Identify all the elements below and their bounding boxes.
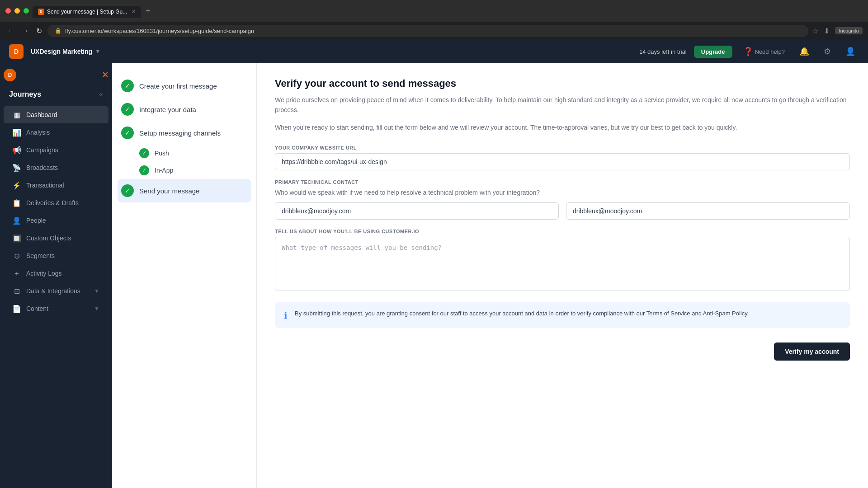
contact-email2-input[interactable] [566, 202, 850, 220]
step-check-push: ✓ [139, 148, 149, 158]
incognito-badge[interactable]: Incognito [835, 27, 863, 34]
analysis-icon: 📊 [13, 128, 21, 136]
new-tab-btn[interactable]: + [142, 5, 154, 18]
primary-contact-label: PRIMARY TECHNICAL CONTACT [275, 179, 850, 185]
sidebar-nav: ▦ Dashboard 📊 Analysis 📢 Campaigns 📡 Bro… [0, 106, 112, 318]
company-url-group: YOUR COMPANY WEBSITE URL [275, 145, 850, 170]
app-logo: D [9, 44, 24, 59]
usage-textarea[interactable] [275, 237, 850, 291]
step-send-message[interactable]: ✓ Send your message [118, 179, 251, 202]
sidebar: D ✕ Journeys « ▦ Dashboard 📊 Analysis 📢 [0, 63, 112, 488]
sidebar-item-dashboard[interactable]: ▦ Dashboard [4, 106, 108, 123]
window-controls[interactable] [5, 8, 29, 14]
step-in-app[interactable]: ✓ In-App [121, 162, 247, 179]
usage-label: TELL US ABOUT HOW YOU'LL BE USING CUSTOM… [275, 229, 850, 234]
primary-contact-group: PRIMARY TECHNICAL CONTACT Who would we s… [275, 179, 850, 219]
bookmark-icon[interactable]: ☆ [812, 27, 818, 35]
active-tab[interactable]: D Send your message | Setup Gu... ✕ [33, 6, 141, 18]
step-integrate-data[interactable]: ✓ Integrate your data [121, 98, 247, 121]
step-label-push: Push [155, 150, 169, 157]
info-icon: ℹ [284, 310, 288, 321]
content-area: Verify your account to send messages We … [257, 63, 868, 488]
back-btn[interactable]: ← [5, 25, 16, 37]
sidebar-header: Journeys « [0, 83, 112, 102]
download-icon[interactable]: ⬇ [824, 27, 830, 35]
reload-btn[interactable]: ↻ [34, 25, 44, 37]
url-bar[interactable]: 🔒 fly.customer.io/workspaces/160831/jour… [47, 25, 808, 37]
contact-email-row [275, 202, 850, 220]
sidebar-item-campaigns[interactable]: 📢 Campaigns [4, 141, 108, 159]
close-sidebar-icon[interactable]: ✕ [102, 70, 108, 80]
consent-text: By submitting this request, you are gran… [295, 309, 749, 321]
broadcasts-icon: 📡 [13, 164, 21, 172]
sidebar-item-label: Transactional [26, 182, 64, 189]
main-layout: D ✕ Journeys « ▦ Dashboard 📊 Analysis 📢 [0, 63, 868, 488]
sidebar-item-label: Broadcasts [26, 164, 58, 171]
company-url-input[interactable] [275, 153, 850, 170]
tab-label: Send your message | Setup Gu... [47, 9, 127, 15]
sidebar-item-segments[interactable]: ⊙ Segments [4, 247, 108, 264]
sidebar-item-label: People [26, 217, 46, 224]
anti-spam-link[interactable]: Anti-Spam Policy [703, 310, 747, 317]
company-url-label: YOUR COMPANY WEBSITE URL [275, 145, 850, 150]
sidebar-item-broadcasts[interactable]: 📡 Broadcasts [4, 159, 108, 176]
sidebar-item-label: Deliveries & Drafts [26, 199, 79, 206]
consent-and: and [690, 310, 703, 317]
user-icon: 👤 [845, 47, 855, 56]
sidebar-item-label: Custom Objects [26, 235, 71, 242]
need-help-label: Need help? [755, 48, 785, 55]
contact-email1-input[interactable] [275, 202, 559, 220]
avatar-button[interactable]: 👤 [842, 45, 859, 58]
page-desc-1: We pride ourselves on providing peace of… [275, 95, 850, 115]
browser-chrome: D Send your message | Setup Gu... ✕ + [0, 0, 868, 22]
lock-icon: 🔒 [55, 28, 61, 34]
sidebar-item-content[interactable]: 📄 Content ▼ [4, 300, 108, 317]
url-text: fly.customer.io/workspaces/160831/journe… [65, 28, 254, 34]
sidebar-item-analysis[interactable]: 📊 Analysis [4, 124, 108, 141]
address-bar: ← → ↻ 🔒 fly.customer.io/workspaces/16083… [0, 22, 868, 40]
verify-account-button[interactable]: Verify my account [774, 343, 850, 361]
custom-objects-icon: 🔲 [13, 234, 21, 242]
sidebar-item-transactional[interactable]: ⚡ Transactional [4, 177, 108, 194]
notifications-button[interactable]: 🔔 [796, 45, 813, 58]
step-check-create: ✓ [121, 80, 134, 92]
tab-close-btn[interactable]: ✕ [132, 9, 136, 14]
steps-panel: ✓ Create your first message ✓ Integrate … [112, 63, 257, 488]
people-icon: 👤 [13, 216, 21, 225]
upgrade-button[interactable]: Upgrade [694, 46, 732, 58]
terms-of-service-link[interactable]: Terms of Service [646, 310, 690, 317]
step-label-send: Send your message [139, 187, 199, 195]
primary-contact-desc: Who would we speak with if we need to he… [275, 188, 850, 197]
sidebar-item-custom-objects[interactable]: 🔲 Custom Objects [4, 230, 108, 247]
sidebar-item-label: Content [26, 305, 48, 312]
help-button[interactable]: ❓ Need help? [740, 45, 789, 58]
tab-favicon: D [38, 9, 44, 15]
data-integrations-icon: ⊡ [13, 287, 21, 295]
help-icon: ❓ [743, 47, 753, 56]
sidebar-item-label: Segments [26, 252, 55, 259]
content-icon: 📄 [13, 305, 21, 313]
window-close-btn[interactable] [5, 8, 11, 14]
settings-button[interactable]: ⚙ [820, 45, 835, 58]
step-label-create: Create your first message [139, 82, 217, 90]
sidebar-item-deliveries[interactable]: 📋 Deliveries & Drafts [4, 194, 108, 211]
toolbar-icons: ☆ ⬇ Incognito [812, 27, 863, 35]
sidebar-item-data-integrations[interactable]: ⊡ Data & Integrations ▼ [4, 282, 108, 300]
sidebar-item-label: Activity Logs [26, 270, 62, 277]
step-check-integrate: ✓ [121, 103, 134, 116]
forward-btn[interactable]: → [20, 25, 31, 37]
step-push[interactable]: ✓ Push [121, 145, 247, 162]
segments-icon: ⊙ [13, 252, 21, 260]
consent-text-part1: By submitting this request, you are gran… [295, 310, 646, 317]
transactional-icon: ⚡ [13, 181, 21, 189]
step-setup-messaging[interactable]: ✓ Setup messaging channels [121, 121, 247, 145]
sidebar-item-people[interactable]: 👤 People [4, 212, 108, 229]
step-label-integrate: Integrate your data [139, 106, 196, 113]
window-minimize-btn[interactable] [14, 8, 20, 14]
window-maximize-btn[interactable] [24, 8, 29, 14]
workspace-name[interactable]: UXDesign Marketing ▼ [31, 48, 100, 55]
sidebar-item-activity-logs[interactable]: ＋ Activity Logs [4, 265, 108, 282]
activity-logs-icon: ＋ [13, 269, 21, 277]
sidebar-collapse-icon[interactable]: « [99, 90, 103, 99]
step-create-message[interactable]: ✓ Create your first message [121, 74, 247, 98]
